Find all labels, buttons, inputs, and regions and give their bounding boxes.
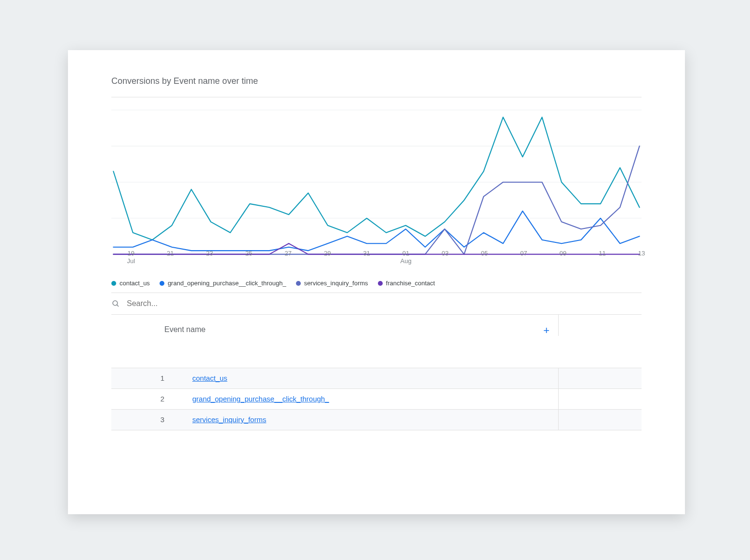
legend-label: contact_us — [120, 280, 150, 287]
legend-label: grand_opening_purchase__click_through_ — [168, 280, 286, 287]
x-tick: 31 — [363, 250, 370, 257]
events-table: Event name + 1contact_us2grand_opening_p… — [111, 315, 642, 430]
x-tick: 13 — [638, 250, 645, 257]
table-row: 1contact_us — [111, 368, 642, 389]
x-tick: 05 — [481, 250, 488, 257]
x-tick: 25 — [245, 250, 252, 257]
search-icon — [111, 299, 120, 308]
analytics-card: Conversions by Event name over time 19Ju… — [68, 50, 685, 514]
event-link[interactable]: contact_us — [192, 374, 228, 382]
legend-dot-icon — [111, 281, 116, 286]
row-index: 3 — [111, 410, 192, 430]
x-tick: 29 — [324, 250, 331, 257]
chart-title: Conversions by Event name over time — [111, 76, 642, 86]
legend-item[interactable]: franchise_contact — [378, 280, 435, 287]
svg-point-4 — [113, 301, 118, 306]
search-input[interactable] — [126, 299, 272, 308]
x-tick: 21 — [167, 250, 174, 257]
line-chart — [111, 108, 642, 248]
svg-line-5 — [117, 305, 119, 307]
event-link[interactable]: services_inquiry_forms — [192, 415, 266, 424]
table-row: 3services_inquiry_forms — [111, 410, 642, 430]
chart-legend: contact_usgrand_opening_purchase__click_… — [111, 280, 642, 287]
table-row: 2grand_opening_purchase__click_through_ — [111, 389, 642, 410]
legend-item[interactable]: contact_us — [111, 280, 150, 287]
row-index: 2 — [111, 389, 192, 409]
legend-item[interactable]: grand_opening_purchase__click_through_ — [160, 280, 286, 287]
x-tick: 09 — [560, 250, 566, 257]
chart-x-axis: 19Jul21232527293101Aug030507091113 — [111, 250, 642, 271]
event-link[interactable]: grand_opening_purchase__click_through_ — [192, 395, 329, 403]
x-tick: 19Jul — [127, 250, 135, 265]
row-index: 1 — [111, 368, 192, 388]
add-column-button[interactable]: + — [543, 325, 549, 336]
search-row — [111, 293, 642, 315]
legend-item[interactable]: services_inquiry_forms — [296, 280, 368, 287]
x-tick: 03 — [442, 250, 448, 257]
x-tick: 01Aug — [401, 250, 412, 265]
table-header: Event name + — [111, 315, 642, 368]
legend-label: franchise_contact — [386, 280, 435, 287]
legend-label: services_inquiry_forms — [304, 280, 368, 287]
x-tick: 27 — [284, 250, 291, 257]
legend-dot-icon — [378, 281, 383, 286]
x-tick: 07 — [520, 250, 527, 257]
x-tick: 11 — [599, 250, 605, 257]
x-tick: 23 — [206, 250, 213, 257]
legend-dot-icon — [296, 281, 301, 286]
legend-dot-icon — [160, 281, 164, 286]
header-event-name: Event name — [164, 325, 205, 334]
